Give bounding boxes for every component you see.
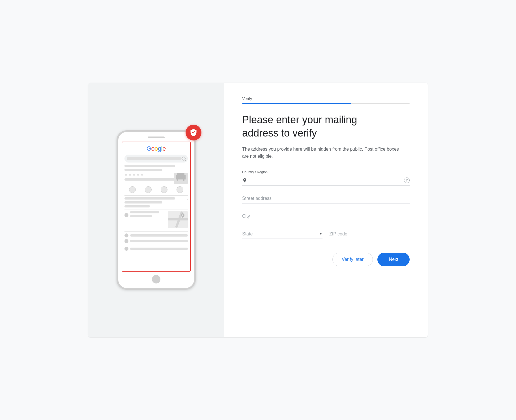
state-select[interactable]: State Alabama Alaska Arizona Arkansas Ca… xyxy=(242,231,318,236)
verify-later-button[interactable]: Verify later xyxy=(332,253,373,266)
location-pin-icon xyxy=(242,178,247,183)
phone-map xyxy=(168,211,188,228)
zip-input[interactable] xyxy=(329,231,410,237)
phone-chevron: › xyxy=(186,197,188,202)
state-group: State Alabama Alaska Arizona Arkansas Ca… xyxy=(242,229,322,239)
right-panel: Verify Please enter your mailing address… xyxy=(224,83,428,337)
shield-icon xyxy=(190,129,197,137)
phone-action-icons xyxy=(124,186,188,193)
step-label: Verify xyxy=(242,96,410,101)
city-group xyxy=(242,211,410,221)
phone-stars: ★ ★ ★ ★ ★ xyxy=(124,173,172,177)
button-row: Verify later Next xyxy=(242,253,410,266)
phone-action-save xyxy=(161,186,167,193)
city-input[interactable] xyxy=(242,214,410,219)
country-label: Country / Region xyxy=(242,170,410,174)
page-title: Please enter your mailing address to ver… xyxy=(242,113,410,140)
phone-map-pin xyxy=(181,213,184,218)
progress-fill xyxy=(242,103,351,104)
phone-action-share xyxy=(177,186,183,193)
phone-mockup: Google ★ xyxy=(117,130,196,290)
phone-store-icon xyxy=(174,173,188,184)
state-select-wrapper: State Alabama Alaska Arizona Arkansas Ca… xyxy=(242,229,322,239)
phone-search-icon xyxy=(182,157,186,161)
city-field-wrapper xyxy=(242,211,410,221)
address-form: Country / Region United States ? xyxy=(242,170,410,239)
phone-screen: Google ★ xyxy=(122,142,191,272)
phone-location-icon xyxy=(124,213,128,217)
street-input[interactable] xyxy=(242,196,410,201)
street-group xyxy=(242,194,410,203)
state-zip-group: State Alabama Alaska Arizona Arkansas Ca… xyxy=(242,229,410,239)
left-panel: Google ★ xyxy=(88,83,224,337)
zip-group xyxy=(329,229,410,239)
state-dropdown-arrow: ▼ xyxy=(319,232,322,236)
phone-search-bar xyxy=(124,155,188,163)
country-field-wrapper: United States ? xyxy=(242,175,410,186)
zip-field-wrapper xyxy=(329,229,410,239)
progress-bar xyxy=(242,103,410,104)
street-field-wrapper xyxy=(242,194,410,203)
phone-clock-icon xyxy=(124,233,128,237)
country-group: Country / Region United States ? xyxy=(242,170,410,186)
phone-action-call xyxy=(129,186,136,193)
phone-phone-icon xyxy=(124,239,128,243)
phone-web-icon xyxy=(124,247,128,251)
google-logo-text: Google xyxy=(147,145,166,152)
main-container: Google ★ xyxy=(88,83,428,337)
description-text: The address you provide here will be hid… xyxy=(242,146,406,160)
next-button[interactable]: Next xyxy=(377,253,410,266)
shield-badge xyxy=(186,125,201,140)
google-logo: Google xyxy=(124,145,188,152)
step-header: Verify xyxy=(242,96,410,104)
country-input[interactable]: United States xyxy=(250,178,402,183)
phone-action-directions xyxy=(145,186,152,193)
help-icon[interactable]: ? xyxy=(404,177,410,183)
